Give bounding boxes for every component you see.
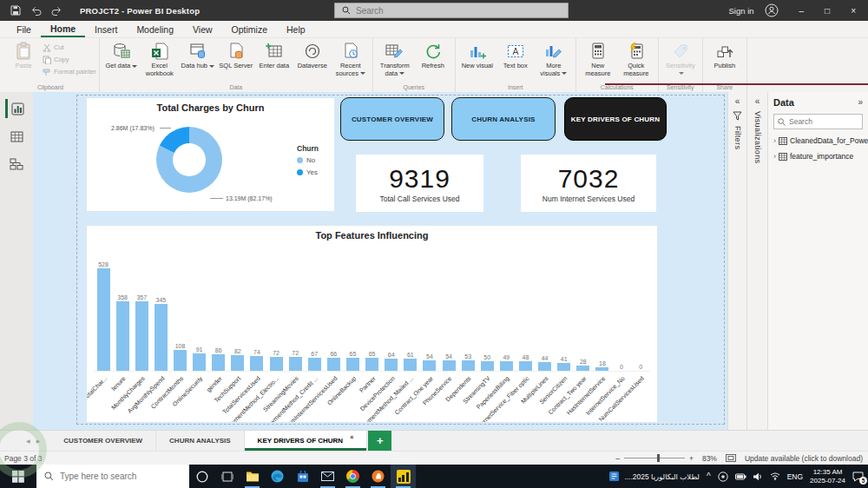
bar[interactable] [404, 359, 417, 371]
volume-icon[interactable] [753, 472, 763, 481]
minimize-button[interactable]: – [799, 6, 805, 16]
file-explorer-icon[interactable] [240, 465, 265, 488]
refresh-button[interactable]: Refresh [414, 40, 452, 72]
bar[interactable] [212, 354, 225, 371]
donut-chart-visual[interactable]: Total Charges by Churn 2.86M (17.83%) 13… [87, 98, 334, 211]
bar[interactable] [365, 358, 378, 371]
menu-insert[interactable]: Insert [85, 21, 127, 37]
language-indicator[interactable]: ENG [787, 472, 803, 481]
data-search-box[interactable] [773, 114, 863, 129]
publish-button[interactable]: Publish [706, 40, 744, 72]
bar[interactable] [116, 301, 129, 371]
zoom-in-icon[interactable]: + [689, 454, 694, 463]
bar-column[interactable]: 64 [382, 257, 401, 371]
taskbar-clock[interactable]: 12:35 AM 2025-07-24 [810, 468, 845, 485]
legend-item-yes[interactable]: Yes [297, 168, 319, 176]
bar-column[interactable]: 50 [477, 257, 496, 371]
page-tab-customer-overview[interactable]: CUSTOMER OVERVIEW [50, 431, 156, 451]
bar-column[interactable]: 65 [343, 257, 362, 371]
add-page-button[interactable]: + [368, 431, 391, 451]
bar[interactable] [423, 360, 436, 371]
undo-icon[interactable] [30, 6, 42, 16]
avast-icon[interactable] [365, 465, 391, 488]
zoom-slider-thumb[interactable] [657, 454, 660, 462]
more-visuals-button[interactable]: More visuals [535, 40, 573, 79]
bar[interactable] [308, 358, 321, 371]
bar-column[interactable]: 72 [286, 257, 305, 371]
expand-panel-icon[interactable]: « [755, 97, 760, 106]
bar[interactable] [557, 363, 570, 371]
redo-icon[interactable] [51, 6, 62, 16]
action-center-icon[interactable]: 5 [852, 472, 864, 482]
bar[interactable] [462, 360, 475, 371]
sensitivity-button[interactable]: Sensitivity [661, 40, 700, 79]
expand-tree-icon[interactable]: › [773, 152, 776, 161]
bar[interactable] [519, 361, 532, 371]
bar-column[interactable]: 67 [305, 257, 324, 371]
bar[interactable] [250, 356, 263, 371]
bar-chart-visual[interactable]: Top Features Influencing 528358357345108… [87, 226, 657, 422]
dataverse-button[interactable]: Dataverse [293, 40, 332, 72]
taskbar-search-box[interactable] [36, 465, 189, 488]
close-tab-icon[interactable]: × [350, 434, 353, 440]
nav-button-key-drivers[interactable]: KEY DRIVERS OF CHURN [564, 97, 667, 141]
bar[interactable] [500, 361, 513, 371]
nav-button-churn-analysis[interactable]: CHURN ANALYSIS [451, 97, 556, 141]
filters-panel-collapsed[interactable]: « Filters [727, 92, 746, 430]
bar-column[interactable]: 0 [612, 257, 631, 371]
microsoft-store-icon[interactable] [290, 465, 315, 488]
page-tab-key-drivers[interactable]: KEY DRIVERS OF CHURN× [245, 431, 368, 451]
power-bi-icon[interactable] [391, 465, 416, 488]
update-available-link[interactable]: Update available (click to download) [745, 454, 863, 463]
data-search-input[interactable] [789, 117, 858, 126]
model-view-button[interactable] [5, 155, 28, 174]
nav-button-customer-overview[interactable]: CUSTOMER OVERVIEW [340, 97, 444, 141]
format-painter-button[interactable]: Format painter [43, 67, 96, 76]
restore-button[interactable]: □ [825, 6, 830, 16]
bar[interactable] [155, 304, 168, 371]
sign-in-link[interactable]: Sign in [728, 6, 753, 16]
prev-page-arrow[interactable]: ◀ [26, 438, 30, 444]
collapse-panel-icon[interactable]: » [858, 98, 863, 107]
kpi-card-total-call-services[interactable]: 9319 Total Call Services Used [356, 155, 483, 212]
bar[interactable] [481, 361, 494, 371]
sql-server-button[interactable]: SQL Server [217, 40, 255, 72]
new-visual-button[interactable]: New visual [458, 40, 496, 72]
bar[interactable] [443, 360, 456, 371]
menu-file[interactable]: File [7, 21, 41, 37]
bar-column[interactable]: 86 [209, 257, 228, 371]
bar-column[interactable]: 345 [151, 257, 170, 371]
bar-column[interactable]: 48 [516, 257, 535, 371]
bar-column[interactable]: 358 [113, 257, 132, 371]
taskbar-document-button[interactable]: لطلاب البكالوريا 2025.... [608, 471, 700, 482]
bar-column[interactable]: 61 [401, 257, 420, 371]
zoom-slider-track[interactable] [624, 458, 685, 458]
zoom-out-icon[interactable]: – [615, 454, 620, 463]
excel-workbook-button[interactable]: Excel workbook [141, 40, 179, 79]
get-data-button[interactable]: Get data [102, 40, 141, 72]
paste-button[interactable]: Paste [4, 40, 43, 72]
start-button[interactable] [0, 465, 36, 488]
menu-modeling[interactable]: Modeling [127, 21, 183, 37]
bar-column[interactable]: 28 [574, 257, 593, 371]
cortana-icon[interactable] [189, 465, 214, 488]
global-search-box[interactable] [334, 3, 569, 18]
data-table-item[interactable]: › CleanedData_for_Power... [773, 136, 863, 145]
edge-icon[interactable] [265, 465, 290, 488]
report-canvas[interactable]: Total Charges by Churn 2.86M (17.83%) 13… [33, 92, 727, 430]
bar[interactable] [327, 358, 340, 371]
bar-column[interactable]: 18 [593, 257, 612, 371]
bar-column[interactable]: 65 [363, 257, 382, 371]
table-view-button[interactable] [5, 127, 28, 146]
bar-column[interactable]: 0 [631, 257, 650, 371]
hidden-icons-chevron[interactable]: ^ [707, 472, 711, 481]
cut-button[interactable]: Cut [43, 43, 96, 52]
bar[interactable] [97, 268, 110, 371]
save-icon[interactable] [10, 5, 21, 16]
data-hub-button[interactable]: Data hub [179, 40, 217, 72]
bar-column[interactable]: 82 [228, 257, 247, 371]
data-table-item[interactable]: › feature_importance [773, 152, 863, 161]
enter-data-button[interactable]: Enter data [255, 40, 293, 72]
donut-chart[interactable] [156, 127, 222, 193]
battery-icon[interactable] [735, 473, 746, 480]
